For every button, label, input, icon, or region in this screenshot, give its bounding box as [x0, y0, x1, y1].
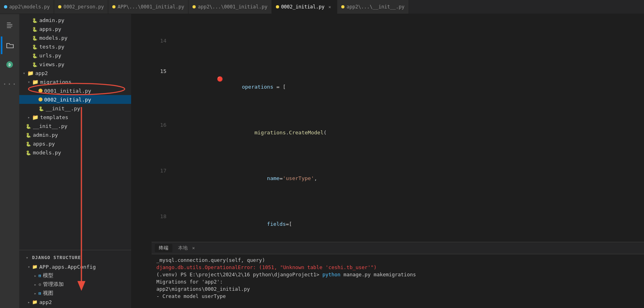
svg-rect-2: [7, 26, 12, 26]
svg-rect-0: [7, 22, 11, 23]
py-file-icon: [32, 61, 39, 67]
tab-init[interactable]: app2\...\__init__.py: [337, 0, 409, 14]
tab-0001initial-app[interactable]: APP\...\0001_initial.py: [108, 0, 188, 14]
file-models-app2[interactable]: models.py: [19, 148, 131, 157]
terminal-prompt-text: (.venv) PS E:\project\2024\2\16 python\d…: [156, 272, 322, 278]
terminal-area: 终端 本地 ✕ _mysql.connection.query(self, qu…: [152, 242, 644, 308]
file-0002-initial[interactable]: 0002_initial.py: [19, 95, 131, 104]
file-label: apps.py: [39, 26, 61, 32]
code-line: 15 🔴 operations = [: [155, 67, 644, 98]
file-models-py[interactable]: models.py: [19, 33, 131, 42]
dj-models[interactable]: ⊞ 模型: [19, 271, 131, 280]
file-tests-py[interactable]: tests.py: [19, 42, 131, 51]
chevron-icon: [32, 281, 38, 288]
code-editor[interactable]: 14 15 🔴 operations = [ 16: [152, 14, 644, 242]
code-line: 17 name='userType',: [155, 167, 644, 190]
file-views-py[interactable]: views.py: [19, 60, 131, 69]
file-label: 0002_initial.py: [44, 97, 91, 103]
dj-appconfig[interactable]: 📁 APP.apps.AppConfig: [19, 262, 131, 271]
file-label: apps.py: [33, 141, 55, 147]
file-label: views.py: [39, 61, 65, 67]
file-apps-py[interactable]: apps.py: [19, 24, 131, 33]
terminal-text: app2\migrations\0002_initial.py: [156, 286, 250, 292]
file-admin-app2[interactable]: admin.py: [19, 130, 131, 139]
django-icon[interactable]: D: [1, 56, 18, 73]
line-number: 15: [155, 67, 173, 98]
py-file-icon: [32, 17, 39, 23]
tab-label: 本地: [178, 245, 188, 251]
file-label: models.py: [33, 150, 61, 156]
py-file-icon: [26, 123, 33, 129]
folder-app2[interactable]: 📁 app2: [19, 69, 131, 77]
terminal-tab-local[interactable]: 本地 ✕: [174, 244, 199, 252]
section-title: Django Structure: [32, 255, 81, 260]
file-label: admin.py: [33, 132, 58, 138]
tab-0002person[interactable]: 0002_person.py: [54, 0, 108, 14]
chevron-icon: [26, 114, 32, 120]
tab-0002initial[interactable]: 0002_initial.py ✕: [272, 0, 337, 14]
file-init-migrations[interactable]: __init__.py: [19, 104, 131, 113]
file-apps-app2[interactable]: apps.py: [19, 139, 131, 148]
tab-bar: app2\models.py 0002_person.py APP\...\00…: [0, 0, 644, 14]
py-file-icon: [26, 132, 33, 138]
chevron-icon: [21, 70, 27, 76]
terminal-error-text: django.db.utils.OperationalError: (1051,…: [156, 264, 377, 270]
py-file-icon: [32, 35, 39, 41]
file-tree: admin.py apps.py models.py: [19, 14, 131, 250]
terminal-text: - Create model userType: [156, 293, 226, 299]
py-icon: [341, 5, 344, 8]
files-icon[interactable]: [1, 17, 18, 35]
folder-label: migrations: [40, 79, 71, 85]
py-file-icon: [32, 53, 39, 59]
file-0001-initial[interactable]: 0001_initial.py: [19, 86, 131, 95]
tab-label: 终端: [159, 245, 168, 251]
py-file-icon: [26, 150, 33, 156]
dj-views[interactable]: ⊞ 视图: [19, 289, 131, 298]
line-content: 🔴 operations = [: [173, 67, 644, 98]
django-structure-header[interactable]: Django Structure: [19, 253, 131, 262]
tab-label: app2\...\__init__.py: [346, 4, 405, 10]
folder-templates[interactable]: 📁 templates: [19, 113, 131, 122]
code-container: 14 15 🔴 operations = [ 16: [152, 14, 644, 242]
py-icon: [276, 5, 279, 8]
dj-app2[interactable]: 📁 app2: [19, 298, 131, 306]
dj-admin[interactable]: ⚙ 管理添加: [19, 280, 131, 289]
folder-icon: 📁: [32, 79, 38, 85]
folder-migrations[interactable]: 📁 migrations: [19, 77, 131, 86]
terminal-tab-close[interactable]: ✕: [192, 245, 195, 251]
folder-label: templates: [40, 114, 68, 120]
tab-label: APP\...\0001_initial.py: [117, 4, 184, 10]
editor-area: 14 15 🔴 operations = [ 16: [152, 14, 644, 308]
gear-icon: ⚙: [38, 282, 41, 287]
file-label: tests.py: [39, 44, 65, 50]
folder-icon: 📁: [27, 70, 34, 76]
migration-icon: [38, 89, 43, 93]
more-icon[interactable]: ···: [1, 75, 18, 93]
code-line: 14: [155, 37, 644, 45]
code-line: 16 migrations.CreateModel(: [155, 121, 644, 144]
line-number: 17: [155, 167, 173, 190]
explorer-icon[interactable]: [1, 36, 18, 54]
file-label: admin.py: [39, 17, 65, 23]
terminal-line: app2\migrations\0002_initial.py: [156, 286, 639, 293]
svg-rect-1: [7, 24, 12, 25]
line-number: 14: [155, 37, 173, 45]
tab-models[interactable]: app2\models.py: [0, 0, 54, 14]
terminal-tab-terminal[interactable]: 终端: [155, 244, 172, 252]
terminal-text: Migrations for 'app2':: [156, 279, 223, 285]
dj-label: app2: [39, 299, 52, 305]
file-init-app2[interactable]: __init__.py: [19, 122, 131, 130]
chevron-icon: [26, 79, 32, 85]
svg-text:D: D: [8, 63, 11, 67]
tab-close-icon[interactable]: ✕: [326, 4, 333, 10]
line-content: [173, 37, 644, 45]
file-urls-py[interactable]: urls.py: [19, 51, 131, 60]
file-admin-py[interactable]: admin.py: [19, 16, 131, 24]
migration-icon: [38, 97, 43, 101]
svg-rect-3: [7, 27, 11, 28]
dj-label: APP.apps.AppConfig: [39, 264, 96, 270]
file-label: models.py: [39, 35, 67, 41]
terminal-line: Migrations for 'app2':: [156, 278, 639, 286]
grid-icon: ⊞: [38, 273, 41, 278]
tab-0001initial-app2[interactable]: app2\...\0001_initial.py: [188, 0, 271, 14]
